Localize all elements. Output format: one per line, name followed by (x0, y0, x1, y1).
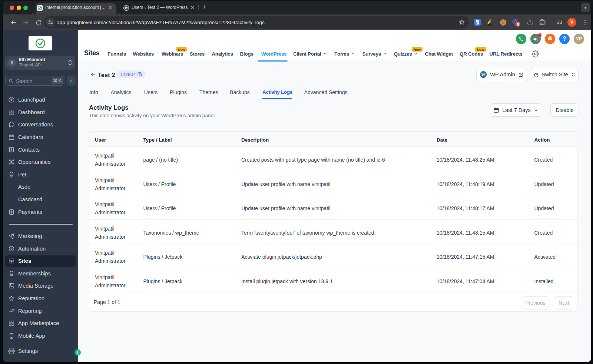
svg-text:css: css (488, 23, 492, 26)
svg-text:5: 5 (517, 22, 519, 26)
svg-text:W: W (481, 72, 486, 77)
